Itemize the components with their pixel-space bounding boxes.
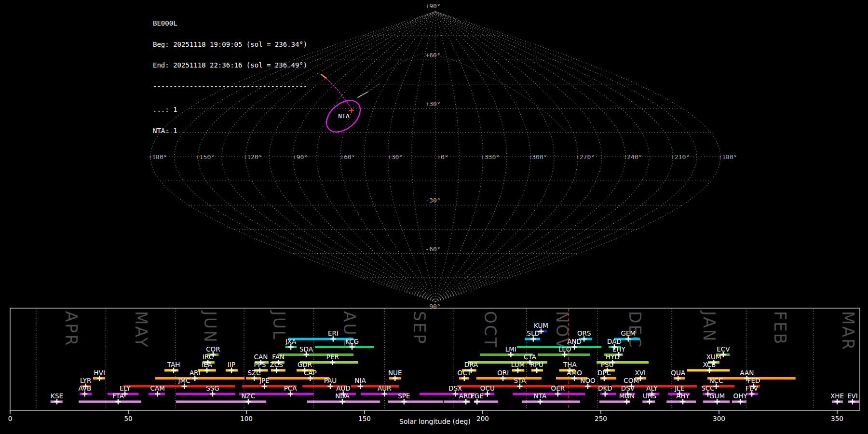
shower-label-gdr: GDR: [298, 361, 312, 368]
shower-label-qua: QUA: [671, 369, 686, 377]
month-label: APR: [62, 311, 81, 347]
shower-peak-marker-hvi: [97, 376, 102, 381]
shower-peak-marker-nzc: [245, 399, 251, 405]
shower-label-iip: IIP: [228, 361, 235, 368]
sky-longitude-label: +180°: [148, 153, 167, 161]
shower-peak-marker-xhe: [835, 399, 840, 405]
shower-peak-marker-spe: [401, 399, 407, 405]
sky-longitude-label: +180°: [718, 153, 737, 161]
shower-label-can: CAN: [254, 353, 268, 361]
shower-label-aly: ALY: [646, 384, 658, 392]
shower-peak-marker-nda: [339, 399, 345, 405]
shower-label-nda: NDA: [335, 392, 350, 400]
sky-longitude-label: +150°: [196, 153, 215, 161]
sky-longitude-label: +60°: [340, 153, 355, 161]
shower-peak-marker-fev: [749, 392, 755, 397]
shower-label-fev: FEV: [746, 384, 758, 392]
shower-peak-marker-ssg: [210, 392, 215, 397]
shower-peak-marker-eri: [330, 337, 336, 342]
shower-label-tah: TAH: [167, 361, 180, 368]
shower-peak-marker-gum: [715, 399, 720, 405]
shower-label-jxa: JXA: [285, 338, 297, 345]
sky-longitude-label: +30°: [388, 153, 403, 161]
shower-label-ori: ORI: [497, 369, 509, 377]
shower-label-ssg: SSG: [206, 384, 219, 392]
shower-label-eri: ERI: [328, 329, 339, 337]
shower-peak-marker-nia: [358, 384, 363, 389]
shower-label-evi: EVI: [847, 392, 858, 400]
shower-bar-oer: [513, 393, 585, 395]
shower-peak-marker-ocu: [485, 392, 490, 397]
shower-peak-marker-jxa: [288, 344, 294, 350]
shower-label-scc: SCC: [701, 384, 714, 392]
shower-label-pau: PAU: [324, 377, 337, 384]
shower-label-urs: URS: [643, 392, 656, 400]
shower-label-oer: OER: [551, 384, 565, 392]
shower-peak-marker-noo: [585, 384, 591, 389]
shower-label-ahy: AHY: [676, 392, 690, 400]
shower-label-spe: SPE: [398, 392, 410, 400]
reference-arc: [365, 53, 568, 134]
shower-label-ocu: OCU: [480, 384, 495, 392]
shower-label-xum: XUM: [706, 353, 721, 361]
shower-peak-marker-kse: [54, 399, 60, 405]
shower-label-lum: LUM: [511, 361, 525, 368]
shower-peak-marker-jpe: [262, 384, 267, 389]
shower-peak-marker-zcs: [274, 368, 279, 373]
month-label: JUL: [270, 310, 288, 340]
sky-longitude-label: +90°: [293, 153, 308, 161]
shower-peak-marker-amo: [572, 376, 577, 381]
shower-label-ege: EGE: [470, 392, 484, 400]
shower-label-xvi: XVI: [635, 369, 646, 377]
shower-label-hyd: HYD: [606, 353, 620, 361]
shower-label-aan: AAN: [740, 369, 754, 377]
shower-label-xhe: XHE: [830, 392, 844, 400]
shower-peak-marker-ahy: [680, 399, 686, 405]
shower-label-jle: JLE: [674, 384, 684, 392]
month-label: FEB: [771, 311, 789, 345]
shower-bar-sta: [457, 385, 555, 388]
shower-label-ohy: OHY: [733, 392, 748, 400]
shower-peak-marker-pau: [327, 384, 333, 389]
shower-peak-marker-sda: [303, 352, 309, 357]
shower-label-irc: IRC: [203, 353, 213, 361]
shower-label-kse: KSE: [51, 392, 63, 400]
shower-label-nzc: NZC: [242, 392, 256, 400]
shower-label-lmi: LMI: [505, 345, 516, 353]
shower-peak-marker-ohy: [738, 399, 743, 405]
sky-latitude-label: +90°: [425, 2, 440, 10]
shower-peak-marker-lum: [515, 368, 521, 373]
shower-label-leo: LEO: [558, 345, 571, 353]
shower-bar-eri: [288, 338, 353, 340]
shower-label-nta: NTA: [534, 392, 547, 400]
sky-and-timeline-plot: +180°+150°+120°+90°+60°+30°+0°+330°+300°…: [0, 0, 868, 434]
shower-label-amo: AMO: [567, 369, 582, 377]
sky-latitude-label: -60°: [425, 245, 440, 253]
shower-label-gem: GEM: [621, 329, 636, 337]
shower-bar-ssg: [176, 393, 235, 395]
shower-label-sta: STA: [514, 377, 526, 384]
sky-latitude-label: -90°: [425, 303, 440, 310]
shower-peak-marker-oer: [555, 392, 560, 397]
shower-label-aud: AUD: [336, 384, 351, 392]
shower-label-cam: CAM: [150, 384, 165, 392]
sky-latitude-label: -30°: [425, 197, 440, 204]
shower-bar-nzc: [176, 401, 266, 403]
shower-peak-marker-xcb: [706, 368, 712, 373]
shower-bar-ori: [476, 377, 542, 380]
shower-label-dad: DAD: [607, 338, 622, 345]
shower-label-jmc: JMC: [178, 377, 190, 384]
shower-bar-ari: [155, 377, 244, 380]
shower-peak-marker-mon: [624, 399, 629, 405]
shower-label-noo: NOO: [580, 377, 595, 384]
shower-peak-marker-evi: [850, 399, 855, 405]
shower-label-ncc: NCC: [709, 377, 723, 384]
shower-label-fan: FAN: [272, 353, 285, 361]
shower-label-ecv: ECV: [717, 345, 730, 353]
shower-peak-marker-urs: [647, 399, 652, 405]
shower-peak-marker-nue: [393, 376, 398, 381]
shower-label-tha: THA: [563, 361, 577, 368]
shower-label-and: AND: [567, 338, 582, 345]
shower-label-hvi: HVI: [94, 369, 105, 377]
shower-label-pca: PCA: [284, 384, 298, 392]
